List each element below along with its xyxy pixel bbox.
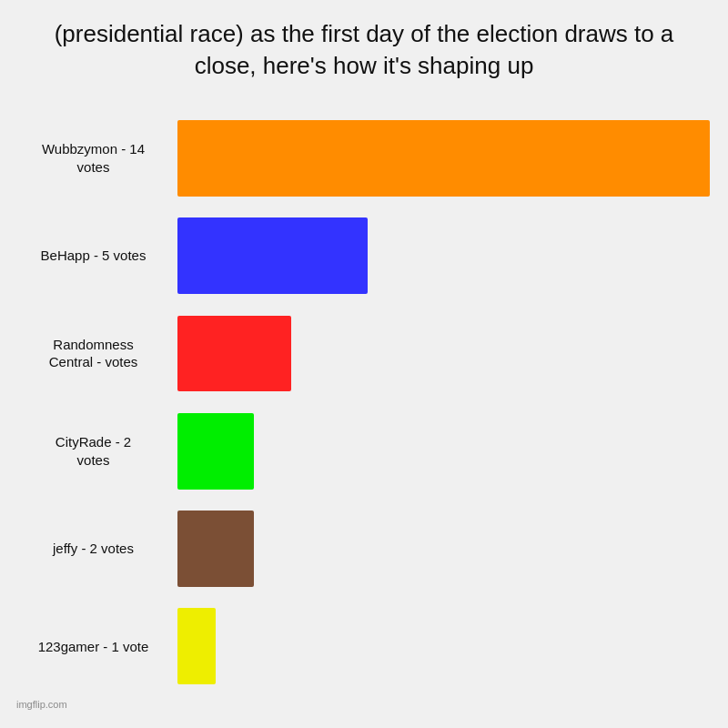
bar-label: Wubbzymon - 14 votes [18, 140, 177, 176]
bar-track [177, 413, 710, 490]
bar-label: CityRade - 2 votes [18, 433, 177, 469]
bar-fill [177, 120, 710, 197]
bar-fill [177, 608, 216, 684]
bar-track [177, 511, 710, 587]
bar-track [177, 217, 710, 294]
bar-fill [177, 413, 254, 490]
bar-label: 123gamer - 1 vote [18, 638, 177, 656]
bar-fill [177, 217, 368, 294]
bar-label: Randomness Central - votes [18, 336, 177, 371]
bar-label: jeffy - 2 votes [18, 540, 177, 558]
watermark: imgflip.com [9, 695, 67, 710]
bar-row: CityRade - 2 votes [18, 402, 710, 500]
bar-track [177, 316, 710, 392]
bar-label: BeHapp - 5 votes [18, 247, 177, 265]
bar-row: jeffy - 2 votes [18, 500, 710, 597]
bar-row: 123gamer - 1 vote [18, 598, 710, 695]
bar-track [177, 120, 710, 197]
bar-row: Randomness Central - votes [18, 305, 710, 402]
bar-row: BeHapp - 5 votes [18, 207, 710, 304]
bar-fill [177, 316, 291, 392]
bar-fill [177, 511, 254, 587]
bar-row: Wubbzymon - 14 votes [18, 109, 710, 207]
bars-area: Wubbzymon - 14 votesBeHapp - 5 votesRand… [9, 109, 719, 695]
bar-track [177, 608, 710, 684]
chart-container: (presidential race) as the first day of … [0, 0, 728, 728]
chart-title: (presidential race) as the first day of … [9, 18, 719, 82]
